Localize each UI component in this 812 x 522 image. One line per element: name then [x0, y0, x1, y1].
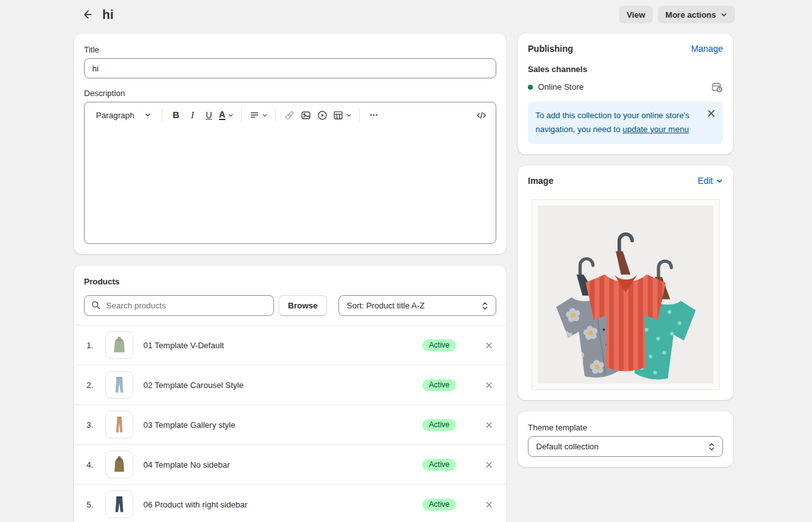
- description-editor: Paragraph B I U A: [84, 102, 496, 244]
- image-heading: Image: [528, 176, 553, 186]
- status-badge: Active: [422, 379, 456, 391]
- row-position: 5.: [87, 500, 105, 509]
- italic-button[interactable]: I: [184, 106, 201, 124]
- view-button[interactable]: View: [619, 6, 652, 23]
- products-card: Products Browse Sort: Product title A-Z: [74, 265, 506, 522]
- underline-button[interactable]: U: [201, 106, 217, 124]
- banner-dismiss-button[interactable]: [705, 107, 717, 119]
- select-arrows-icon: [708, 442, 715, 451]
- link-icon: [284, 110, 295, 121]
- remove-product-button[interactable]: [480, 495, 498, 513]
- row-position: 4.: [87, 460, 105, 470]
- table-row: 1. 01 Template V-Default Active: [74, 325, 506, 365]
- chevron-down-icon: [262, 112, 268, 118]
- toolbar-divider: [241, 108, 242, 122]
- calendar-clock-icon: [711, 81, 723, 93]
- row-position: 2.: [87, 380, 105, 390]
- product-thumbnail-dark-jeans: [105, 490, 133, 518]
- insert-table-button[interactable]: [331, 106, 354, 124]
- navigation-info-banner: To add this collection to your online st…: [528, 102, 723, 144]
- description-editor-body[interactable]: [85, 128, 496, 243]
- chevron-down-icon: [720, 11, 727, 18]
- collection-image: [532, 199, 720, 390]
- remove-product-button[interactable]: [480, 456, 498, 473]
- products-heading: Products: [84, 277, 496, 286]
- product-thumbnail-light-jeans: [105, 371, 133, 399]
- status-badge: Active: [422, 459, 456, 471]
- bold-button[interactable]: B: [168, 106, 184, 124]
- channel-row: Online Store: [528, 81, 723, 93]
- text-color-button[interactable]: A: [217, 106, 236, 124]
- table-row: 5. 06 Product with right sidebar Active: [74, 484, 506, 522]
- theme-template-selected-value: Default collection: [536, 442, 599, 451]
- more-formatting-button[interactable]: [366, 106, 382, 124]
- sort-select[interactable]: Sort: Product title A-Z: [338, 295, 496, 316]
- toolbar-divider: [359, 108, 360, 122]
- toolbar-divider: [162, 108, 162, 122]
- browse-button[interactable]: Browse: [278, 295, 327, 316]
- align-left-icon: [249, 110, 260, 120]
- play-circle-icon: [317, 110, 328, 121]
- insert-link-button[interactable]: [282, 106, 298, 124]
- theme-template-card: Theme template Default collection: [518, 411, 733, 467]
- table-row: 2. 02 Template Carousel Style Active: [74, 365, 506, 404]
- chevron-down-icon: [346, 112, 352, 118]
- product-thumbnail-tan-pants: [105, 411, 133, 439]
- close-icon: [485, 421, 493, 429]
- product-thumbnail-brown-hoodie: [105, 451, 133, 478]
- toolbar-divider: [275, 108, 276, 122]
- code-icon: [476, 110, 487, 121]
- paragraph-style-dropdown[interactable]: Paragraph: [91, 106, 156, 124]
- title-input[interactable]: [84, 58, 496, 78]
- table-row: 4. 04 Template No sidebar Active: [74, 444, 506, 484]
- search-products-input[interactable]: [84, 295, 274, 316]
- product-title[interactable]: 04 Template No sidebar: [143, 460, 422, 470]
- remove-product-button[interactable]: [480, 376, 498, 394]
- sales-channels-label: Sales channels: [528, 64, 723, 74]
- insert-image-button[interactable]: [298, 106, 314, 124]
- update-your-menu-link[interactable]: update your menu: [623, 124, 689, 134]
- edit-image-button[interactable]: Edit: [698, 176, 723, 186]
- ellipsis-icon: [369, 110, 379, 120]
- text-align-button[interactable]: [248, 106, 270, 124]
- back-arrow-icon: [81, 8, 93, 21]
- product-title[interactable]: 06 Product with right sidebar: [143, 500, 422, 509]
- publishing-heading: Publishing: [528, 44, 573, 54]
- status-badge: Active: [422, 499, 456, 511]
- row-position: 1.: [87, 341, 105, 350]
- close-icon: [485, 381, 493, 389]
- theme-template-label: Theme template: [528, 423, 723, 432]
- product-title[interactable]: 02 Template Carousel Style: [143, 380, 422, 390]
- show-html-button[interactable]: [473, 106, 489, 124]
- remove-product-button[interactable]: [480, 336, 498, 354]
- chevron-down-icon: [716, 178, 723, 185]
- status-badge: Active: [422, 339, 456, 351]
- editor-toolbar: Paragraph B I U A: [85, 102, 496, 128]
- table-row: 3. 03 Template Gallery style Active: [74, 404, 506, 444]
- schedule-publish-button[interactable]: [711, 81, 723, 93]
- description-label: Description: [84, 88, 496, 98]
- image-card: Image Edit: [518, 166, 733, 400]
- row-position: 3.: [87, 420, 105, 430]
- status-badge: Active: [422, 419, 456, 431]
- theme-template-select[interactable]: Default collection: [528, 436, 723, 457]
- more-actions-button[interactable]: More actions: [658, 6, 735, 23]
- chevron-down-icon: [145, 112, 151, 118]
- close-icon: [485, 341, 493, 349]
- insert-video-button[interactable]: [314, 106, 331, 124]
- remove-product-button[interactable]: [480, 416, 498, 434]
- product-list: 1. 01 Template V-Default Active 2.: [74, 325, 506, 522]
- product-title[interactable]: 03 Template Gallery style: [143, 420, 422, 430]
- page-title: hi: [102, 8, 114, 22]
- sort-selected-value: Sort: Product title A-Z: [347, 301, 425, 310]
- chevron-down-icon: [228, 112, 234, 118]
- manage-publishing-link[interactable]: Manage: [691, 44, 723, 54]
- product-title[interactable]: 01 Template V-Default: [143, 341, 422, 350]
- close-icon: [485, 501, 493, 509]
- search-icon: [91, 300, 101, 310]
- details-card: Title Description Paragraph B I: [74, 33, 506, 254]
- table-icon: [333, 110, 343, 121]
- select-arrows-icon: [481, 301, 489, 310]
- back-button[interactable]: [79, 6, 95, 23]
- product-thumbnail-green-hoodie: [105, 331, 133, 359]
